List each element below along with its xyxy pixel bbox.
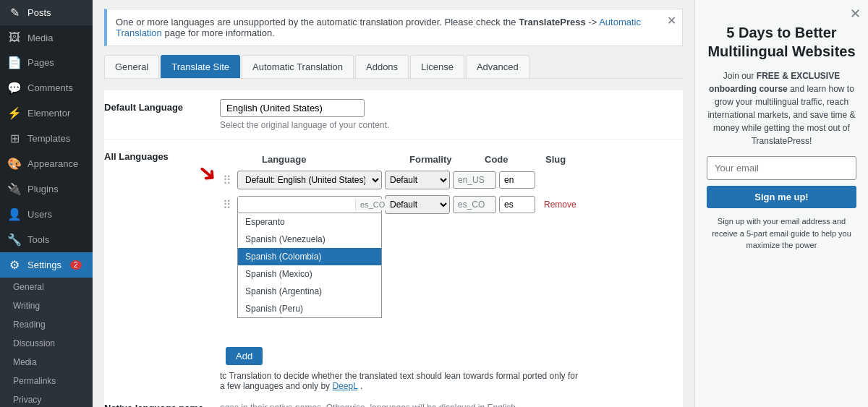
sidebar-item-templates[interactable]: ⊞ Templates [0, 126, 93, 151]
language-dropdown-list: Esperanto Spanish (Venezuela) Spanish (C… [237, 213, 382, 318]
add-language-button[interactable]: Add [226, 347, 263, 365]
appearance-icon: 🎨 [7, 157, 22, 171]
signup-button[interactable]: Sign me up! [707, 186, 856, 208]
settings-submenu: General Writing Reading Discussion Media… [0, 278, 93, 407]
settings-badge: 2 [70, 260, 82, 270]
default-language-row: Default Language English (United States)… [104, 90, 683, 140]
tab-general[interactable]: General [104, 55, 159, 78]
submenu-reading[interactable]: Reading [0, 315, 93, 334]
formality-select-2[interactable]: Default [385, 195, 450, 214]
submenu-media[interactable]: Media [0, 353, 93, 372]
panel-title: 5 Days to Better Multilingual Websites [707, 23, 856, 61]
language-row-english: ⠿ Default: English (United States) Defau… [220, 168, 683, 192]
notice-text: One or more languages are unsupported by… [116, 17, 673, 38]
sidebar-item-comments[interactable]: 💬 Comments [0, 75, 93, 100]
posts-icon: ✎ [7, 6, 22, 20]
remove-language-link[interactable]: Remove [544, 200, 576, 210]
submenu-writing[interactable]: Writing [0, 296, 93, 315]
submenu-permalinks[interactable]: Permalinks [0, 372, 93, 390]
email-input[interactable] [707, 156, 856, 180]
pages-icon: 📄 [7, 56, 22, 69]
default-language-desc: Select the original language of your con… [220, 120, 683, 130]
submenu-general[interactable]: General [0, 278, 93, 296]
tab-advanced[interactable]: Advanced [466, 55, 529, 78]
drag-handle-2[interactable]: ⠿ [220, 198, 234, 212]
tab-translate-site[interactable]: Translate Site [161, 55, 240, 78]
tools-icon: 🔧 [7, 233, 22, 247]
sidebar-item-elementor[interactable]: ⚡ Elementor [0, 100, 93, 126]
native-name-label: Native language name [104, 400, 220, 407]
sidebar-item-posts[interactable]: ✎ Posts [0, 0, 93, 25]
media-icon: 🖼 [7, 31, 22, 44]
sidebar-item-pages[interactable]: 📄 Pages [0, 50, 93, 75]
languages-desc-text: tc Translation to decide whether the tra… [220, 371, 582, 391]
submenu-privacy[interactable]: Privacy [0, 390, 93, 407]
tab-bar: General Translate Site Automatic Transla… [104, 55, 683, 79]
dropdown-search-wrap: es_CO [237, 196, 382, 213]
notice-close-button[interactable]: ✕ [667, 15, 676, 27]
slug-input-2[interactable] [499, 196, 535, 213]
comments-icon: 💬 [7, 81, 22, 95]
default-language-control: English (United States) Select the origi… [220, 99, 683, 130]
tab-license[interactable]: License [410, 55, 464, 78]
languages-table: Language Formality Code Slug ⠿ Default: … [220, 148, 683, 391]
dropdown-option-3[interactable]: Spanish (Mexico) [238, 265, 381, 283]
all-languages-row: All Languages Language Formality Code Sl… [104, 140, 683, 407]
submenu-discussion[interactable]: Discussion [0, 334, 93, 353]
native-name-control: ages in their native names. Otherwise, l… [220, 400, 683, 407]
col-code: Code [485, 154, 542, 165]
sidebar-item-plugins[interactable]: 🔌 Plugins [0, 176, 93, 202]
languages-table-header: Language Formality Code Slug [220, 148, 683, 168]
sidebar-item-settings[interactable]: ⚙ Settings 2 [0, 252, 93, 278]
lang-select-wrap-1: Default: English (United States) [237, 171, 382, 189]
sidebar: ✎ Posts 🖼 Media 📄 Pages 💬 Comments ⚡ Ele… [0, 0, 93, 407]
notice-banner: One or more languages are unsupported by… [104, 9, 683, 46]
sidebar-item-media[interactable]: 🖼 Media [0, 25, 93, 50]
code-input-1[interactable] [453, 171, 496, 189]
main-content: One or more languages are unsupported by… [93, 0, 694, 407]
tab-automatic-translation[interactable]: Automatic Translation [242, 55, 354, 78]
dropdown-option-0[interactable]: Esperanto [238, 213, 381, 231]
formality-select-wrap-2: Default [385, 195, 450, 214]
dropdown-option-5[interactable]: Spanish (Peru) [238, 300, 381, 317]
lang-select-wrap-2: es_CO Esperanto Spanish (Venezuela) Span… [237, 196, 382, 213]
sidebar-item-users[interactable]: 👤 Users [0, 202, 93, 227]
col-language: Language [262, 154, 407, 165]
slug-input-1[interactable] [499, 171, 535, 189]
code-input-2[interactable] [453, 196, 496, 213]
language-search-input[interactable] [238, 197, 355, 213]
settings-icon: ⚙ [7, 258, 22, 272]
plugins-icon: 🔌 [7, 182, 22, 196]
dropdown-option-4[interactable]: Spanish (Argentina) [238, 283, 381, 300]
panel-close-button[interactable]: ✕ [850, 7, 861, 20]
sidebar-item-tools[interactable]: 🔧 Tools [0, 227, 93, 252]
language-row-spanish: ⠿ es_CO Esperanto Spanish ( [220, 192, 683, 217]
native-name-desc: ages in their native names. Otherwise, l… [220, 403, 683, 407]
formality-select-1[interactable]: Default [385, 171, 450, 189]
panel-subtitle: Join our FREE & EXCLUSIVE onboarding cou… [707, 69, 856, 147]
dropdown-option-2[interactable]: Spanish (Colombia) [238, 248, 381, 265]
tab-addons[interactable]: Addons [355, 55, 409, 78]
dropdown-option-1[interactable]: Spanish (Venezuela) [238, 231, 381, 248]
col-formality: Formality [409, 154, 482, 165]
deepl-link[interactable]: DeepL [332, 381, 357, 391]
templates-icon: ⊞ [7, 132, 22, 145]
side-panel: ✕ 5 Days to Better Multilingual Websites… [694, 0, 868, 407]
elementor-icon: ⚡ [7, 106, 22, 120]
panel-footer-text: Sign up with your email address and rece… [707, 215, 856, 252]
dropdown-code-badge: es_CO [355, 199, 389, 210]
native-name-section: Native language name ages in their nativ… [104, 400, 683, 407]
formality-select-wrap-1: Default [385, 171, 450, 189]
default-language-select[interactable]: English (United States) [220, 99, 365, 117]
users-icon: 👤 [7, 207, 22, 221]
all-languages-label: All Languages [104, 148, 220, 162]
lang-select-1[interactable]: Default: English (United States) [237, 171, 382, 189]
drag-handle-1[interactable]: ⠿ [220, 173, 234, 187]
sidebar-item-appearance[interactable]: 🎨 Appearance [0, 151, 93, 176]
form-section: Default Language English (United States)… [104, 90, 683, 407]
col-slug: Slug [545, 154, 603, 165]
add-language-row: Add [220, 347, 683, 365]
default-language-label: Default Language [104, 99, 220, 113]
content-area: One or more languages are unsupported by… [93, 0, 694, 407]
